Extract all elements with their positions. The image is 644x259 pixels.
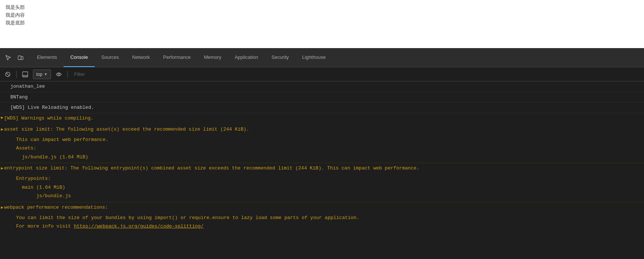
console-warning-continuation: Assets:: [0, 144, 644, 153]
svg-point-9: [58, 74, 60, 75]
tab-elements[interactable]: Elements: [30, 48, 64, 67]
tab-memory[interactable]: Memory: [197, 48, 228, 67]
console-warning-row: ⚠ ▶asset size limit: The following asset…: [0, 124, 644, 135]
console-text: ▶asset size limit: The following asset(s…: [1, 126, 249, 133]
toolbar-divider-1: [16, 71, 17, 78]
console-text: Assets:: [10, 145, 36, 151]
console-text: js/bundle.js (1.64 MiB): [10, 154, 88, 160]
devtools-tabbar: Elements Console Sources Network Perform…: [0, 48, 644, 67]
console-text: You can limit the size of your bundles b…: [10, 215, 359, 221]
console-text: ▶entrypoint size limit: The following en…: [1, 165, 419, 172]
console-text: ▶webpack performance recommendations:: [1, 204, 108, 211]
expand-icon[interactable]: ▶: [1, 205, 3, 211]
console-warning-continuation: You can limit the size of your bundles b…: [0, 213, 644, 222]
console-text: Entrypoints:: [10, 176, 51, 181]
context-selector[interactable]: top ▼: [33, 70, 51, 79]
console-warning-row: ⚠ ▶webpack performance recommendations:: [0, 202, 644, 213]
page-line-2: 我是内容: [6, 11, 638, 19]
console-text: [WDS] Live Reloading enabled.: [10, 104, 94, 111]
console-warning-continuation: This can impact web performance.: [0, 135, 644, 144]
inspect-element-button[interactable]: [3, 53, 13, 63]
devtools-icon-group: [3, 53, 26, 63]
page-content: 我是头部 我是内容 我是底部: [0, 0, 644, 48]
tab-lighthouse[interactable]: Lighthouse: [295, 48, 332, 67]
toolbar-divider-2: [67, 71, 68, 78]
console-warning-continuation: For more info visit https://webpack.js.o…: [0, 222, 644, 231]
console-text: main (1.64 MiB): [10, 185, 65, 190]
context-dropdown-icon: ▼: [44, 72, 48, 76]
console-warning-continuation: js/bundle.js (1.64 MiB): [0, 153, 644, 164]
console-row: BNTang: [0, 92, 644, 103]
console-warning-row: ⚠ ▶entrypoint size limit: The following …: [0, 163, 644, 174]
console-warning-row: ⚠ ▶ [WDS] Warnings while compiling.: [0, 113, 644, 124]
filter-input[interactable]: [71, 71, 641, 77]
console-text: js/bundle.js: [10, 193, 71, 199]
console-warning-continuation: Entrypoints:: [0, 174, 644, 183]
tab-console[interactable]: Console: [64, 48, 95, 67]
expand-icon[interactable]: ▶: [1, 165, 3, 172]
svg-rect-1: [21, 57, 23, 60]
tab-network[interactable]: Network: [126, 48, 157, 67]
console-warning-continuation: main (1.64 MiB): [0, 183, 644, 192]
expand-icon[interactable]: ▶: [1, 127, 3, 133]
console-row: [WDS] Live Reloading enabled.: [0, 102, 644, 113]
svg-line-3: [6, 73, 9, 76]
console-warning-continuation: js/bundle.js: [0, 192, 644, 202]
expand-icon[interactable]: ▶: [1, 115, 3, 121]
clear-console-button[interactable]: [3, 70, 13, 79]
tab-sources[interactable]: Sources: [95, 48, 126, 67]
console-text: [WDS] Warnings while compiling.: [4, 115, 94, 122]
console-output[interactable]: jonathan_lee BNTang [WDS] Live Reloading…: [0, 81, 644, 259]
page-line-3: 我是底部: [6, 19, 638, 27]
tab-application[interactable]: Application: [228, 48, 265, 67]
eye-button[interactable]: [54, 70, 64, 79]
device-toolbar-button[interactable]: [16, 53, 26, 63]
console-text: BNTang: [10, 94, 28, 101]
show-console-button[interactable]: [20, 70, 30, 79]
tab-performance[interactable]: Performance: [156, 48, 197, 67]
webpack-link[interactable]: https://webpack.js.org/guides/code-split…: [74, 223, 204, 229]
context-value: top: [36, 72, 43, 77]
console-text: This can impact web performance.: [10, 137, 108, 142]
console-toolbar: top ▼: [0, 67, 644, 81]
page-line-1: 我是头部: [6, 4, 638, 11]
devtools-panel: Elements Console Sources Network Perform…: [0, 48, 644, 259]
svg-rect-0: [18, 56, 21, 60]
devtools-tabs: Elements Console Sources Network Perform…: [30, 48, 332, 67]
tab-security[interactable]: Security: [265, 48, 295, 67]
console-text: For more info visit https://webpack.js.o…: [10, 223, 204, 229]
console-row: jonathan_lee: [0, 81, 644, 92]
console-text: jonathan_lee: [10, 83, 45, 90]
